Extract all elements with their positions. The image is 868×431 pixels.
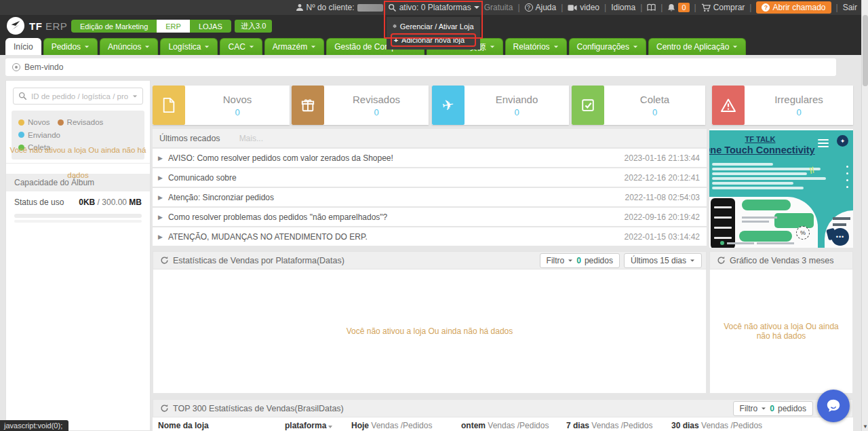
card-count[interactable]: 0 bbox=[796, 107, 801, 117]
scrollbar-thumb[interactable] bbox=[863, 15, 868, 86]
tab-logistica[interactable]: Logística bbox=[160, 38, 218, 55]
chevron-down-icon bbox=[145, 45, 149, 48]
tab-relatorios[interactable]: Relatórios bbox=[505, 38, 567, 55]
search-type-caret-icon[interactable] bbox=[133, 95, 137, 97]
sort-caret-icon bbox=[328, 426, 332, 428]
edition-erp-button[interactable]: ERP bbox=[157, 20, 190, 33]
bell-icon bbox=[667, 3, 675, 12]
chat-widget-button[interactable] bbox=[817, 390, 850, 422]
enter-v3-button[interactable]: 进入3.0 bbox=[235, 20, 272, 33]
logo-bold: TF bbox=[29, 20, 42, 32]
stats-empty-message: Você não ativou a loja Ou ainda não há d… bbox=[347, 326, 513, 336]
tf-logo-icon bbox=[7, 17, 24, 35]
more-link[interactable]: Mais... bbox=[239, 134, 263, 143]
video-link[interactable]: video bbox=[568, 3, 599, 12]
search-icon bbox=[388, 3, 397, 12]
language-link[interactable]: Idioma bbox=[611, 3, 635, 12]
recado-title[interactable]: Como resolver problemas dos pedidos "não… bbox=[168, 212, 625, 222]
sidebar: NovosRevisadosEnviando Coleta Você não a… bbox=[5, 80, 151, 431]
card-label: Coleta bbox=[640, 94, 669, 105]
usage-value: 0KB / 300.00 MB bbox=[79, 198, 142, 207]
card-label: Novos bbox=[223, 94, 252, 105]
stats-title: Estatísticas de Vendas por Plataforma(Da… bbox=[173, 256, 344, 265]
card-novos: Novos0 bbox=[153, 86, 290, 125]
platforms-dropdown-trigger[interactable]: ativo: 0 Plataformas bbox=[388, 3, 479, 12]
legend-novos: Novos bbox=[18, 116, 50, 128]
open-ticket-button[interactable]: ? Abrir chamado bbox=[756, 1, 831, 14]
chevron-down-icon bbox=[474, 6, 479, 9]
refresh-icon[interactable] bbox=[160, 256, 169, 265]
search-input[interactable] bbox=[31, 92, 128, 100]
filter-button[interactable]: Filtro 0 pedidos bbox=[540, 253, 620, 268]
logout-link[interactable]: Sair bbox=[843, 3, 857, 12]
filter-button[interactable]: Filtro 0 pedidos bbox=[733, 401, 813, 416]
date-range-button[interactable]: Últimos 15 dias bbox=[624, 253, 702, 268]
edition-lojas-button[interactable]: LOJAS bbox=[190, 20, 231, 33]
notification-badge: 0 bbox=[678, 3, 689, 12]
card-count[interactable]: 0 bbox=[235, 107, 239, 117]
video-icon bbox=[568, 4, 577, 12]
erp-dashboard: Nº do cliente: ativo: 0 Plataformas Gere… bbox=[0, 0, 868, 431]
chevron-down-icon bbox=[490, 45, 494, 48]
filter-count: 0 bbox=[770, 404, 774, 413]
banner-dots bbox=[846, 166, 848, 193]
breadcrumb-label: Bem-vindo bbox=[24, 62, 63, 72]
chevron-down-icon bbox=[568, 259, 572, 261]
chevron-down-icon bbox=[690, 259, 694, 261]
menu-item-manage-store[interactable]: Gerenciar / Ativar Loja bbox=[391, 20, 476, 32]
tab-configuracoes[interactable]: Configurações bbox=[569, 38, 646, 55]
col-hoje: Hoje Vendas /Pedidos bbox=[351, 421, 461, 430]
refresh-icon[interactable] bbox=[717, 256, 726, 265]
menu-item-add-store[interactable]: + Adicionar nova loja bbox=[391, 33, 476, 47]
help-link[interactable]: ? Ajuda bbox=[525, 3, 557, 12]
top300-table-header: Nome da loja plataforma Hoje Vendas /Ped… bbox=[153, 417, 853, 431]
chat-bubble-graphic bbox=[739, 231, 792, 242]
recado-title[interactable]: Comunicado sobre bbox=[168, 173, 625, 183]
card-label: Irregulares bbox=[774, 94, 823, 105]
refresh-icon[interactable] bbox=[160, 404, 169, 413]
recado-title[interactable]: ATENÇÃO, MUDANÇAS NO ATENDIMENTO DO ERP. bbox=[168, 232, 625, 242]
recado-date: 2022-12-16 20:12:41 bbox=[625, 173, 700, 183]
tab-pedidos[interactable]: Pedidos bbox=[43, 38, 98, 55]
question-icon: ? bbox=[762, 3, 770, 12]
tftalk-logo-icon: ✦ bbox=[837, 135, 848, 147]
scroll-down-arrow-icon[interactable]: ▼ bbox=[863, 424, 868, 430]
recado-title[interactable]: Atenção: Sincronziar pedidos bbox=[168, 193, 625, 202]
edition-marketing-button[interactable]: Edição de Marketing bbox=[71, 20, 157, 33]
recado-date: 2022-11-08 02:54:03 bbox=[625, 193, 700, 202]
card-count[interactable]: 0 bbox=[374, 107, 378, 117]
platforms-label: ativo: 0 Plataformas bbox=[399, 3, 471, 12]
chat-bubble-icon bbox=[825, 397, 842, 415]
manage-store-label: Gerenciar / Ativar Loja bbox=[400, 22, 474, 31]
top300-title: TOP 300 Estatísticas de Vendas(BrasilDat… bbox=[173, 404, 344, 413]
tab-armazem[interactable]: Armazém bbox=[264, 38, 324, 55]
buy-link[interactable]: Comprar bbox=[701, 3, 745, 12]
top300-panel: TOP 300 Estatísticas de Vendas(BrasilDat… bbox=[153, 399, 853, 431]
check-square-icon bbox=[580, 98, 595, 113]
chevron-down-icon bbox=[311, 45, 315, 48]
chart-panel: Gráfico de Vendas 3 meses Você não ativo… bbox=[709, 251, 853, 394]
recado-title[interactable]: AVISO: Como resolver pedidos com valor z… bbox=[168, 153, 625, 163]
card-count[interactable]: 0 bbox=[652, 107, 657, 117]
recado-date: 2022-01-15 03:14:42 bbox=[625, 232, 700, 242]
scrollbar[interactable]: ▼ bbox=[861, 0, 868, 431]
notifications[interactable]: 0 bbox=[667, 3, 689, 12]
tab-anuncios[interactable]: Anúncios bbox=[100, 38, 158, 55]
banner-subtitle: One Touch Connectivity bbox=[709, 145, 815, 155]
col-plataforma[interactable]: plataforma bbox=[285, 421, 351, 430]
chart-empty-message: Você não ativou a loja Ou ainda não há d… bbox=[719, 322, 843, 341]
card-count[interactable]: 0 bbox=[514, 107, 519, 117]
card-label: Enviando bbox=[496, 94, 538, 105]
tab-centro-aplicacao[interactable]: Centro de Aplicação bbox=[648, 38, 746, 55]
tf-talk-banner[interactable]: TF TALK One Touch Connectivity ✦ // % ••… bbox=[709, 129, 853, 248]
stats-panel: Estatísticas de Vendas por Plataforma(Da… bbox=[153, 251, 707, 394]
recado-row: ▶ AVISO: Como resolver pedidos com valor… bbox=[153, 149, 707, 167]
plane-icon: ✈ bbox=[441, 96, 456, 115]
tab-inicio[interactable]: Início bbox=[5, 38, 41, 55]
tf-logo[interactable]: TF ERP bbox=[7, 17, 67, 35]
arrow-right-icon: ▶ bbox=[158, 174, 163, 181]
docs-link[interactable] bbox=[647, 3, 656, 12]
hamburger-icon bbox=[818, 139, 829, 149]
usage-label: Status de uso bbox=[14, 198, 64, 207]
tab-cac[interactable]: CAC bbox=[220, 38, 262, 55]
